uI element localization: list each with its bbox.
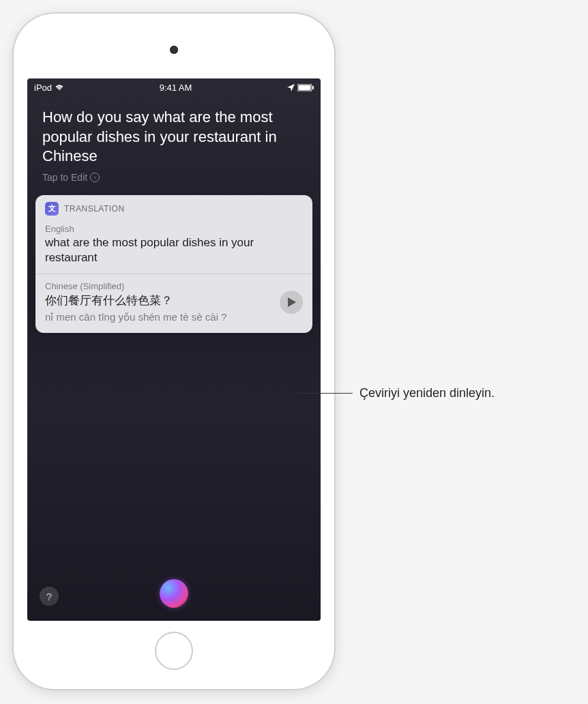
status-left: iPod	[34, 83, 64, 93]
target-section: Chinese (Simplified) 你们餐厅有什么特色菜？ nǐ men …	[35, 274, 312, 333]
romanization-text: nǐ men cān tīng yǒu shén me tè sè cài ?	[45, 310, 274, 324]
front-camera	[170, 46, 178, 54]
target-text: 你们餐厅有什么特色菜？	[45, 293, 274, 309]
status-bar: iPod 9:41 AM	[27, 78, 321, 94]
source-lang-label: English	[45, 224, 303, 234]
svg-rect-1	[298, 85, 310, 91]
callout-line	[297, 393, 353, 394]
tap-to-edit-button[interactable]: Tap to Edit ›	[27, 172, 321, 195]
wifi-icon	[55, 84, 64, 91]
device-frame: iPod 9:41 AM How do you say what are the…	[14, 14, 334, 689]
home-button[interactable]	[155, 632, 193, 670]
translation-card: 文 TRANSLATION English what are the most …	[35, 195, 312, 333]
device-label: iPod	[34, 83, 52, 93]
screen: iPod 9:41 AM How do you say what are the…	[27, 78, 321, 621]
target-lang-label: Chinese (Simplified)	[45, 281, 274, 291]
source-text: what are the most popular dishes in your…	[45, 235, 303, 265]
source-section: English what are the most popular dishes…	[35, 220, 312, 274]
status-right	[287, 84, 314, 91]
bottom-bar: ?	[27, 566, 321, 621]
card-header: 文 TRANSLATION	[35, 195, 312, 220]
svg-rect-2	[312, 86, 314, 89]
callout-text: Çeviriyi yeniden dinleyin.	[359, 386, 495, 400]
play-icon	[288, 297, 296, 307]
battery-icon	[297, 84, 314, 91]
target-content: Chinese (Simplified) 你们餐厅有什么特色菜？ nǐ men …	[45, 281, 274, 323]
translate-app-icon: 文	[45, 202, 59, 216]
location-icon	[287, 84, 295, 91]
chevron-right-icon: ›	[90, 173, 100, 182]
tap-to-edit-label: Tap to Edit	[42, 172, 87, 183]
help-icon: ?	[46, 591, 52, 602]
status-time: 9:41 AM	[160, 83, 192, 93]
play-translation-button[interactable]	[280, 291, 303, 314]
callout: Çeviriyi yeniden dinleyin.	[297, 386, 495, 400]
user-query-text[interactable]: How do you say what are the most popular…	[27, 94, 321, 172]
help-button[interactable]: ?	[40, 587, 59, 606]
card-header-label: TRANSLATION	[64, 204, 125, 214]
siri-orb-button[interactable]	[160, 579, 188, 608]
